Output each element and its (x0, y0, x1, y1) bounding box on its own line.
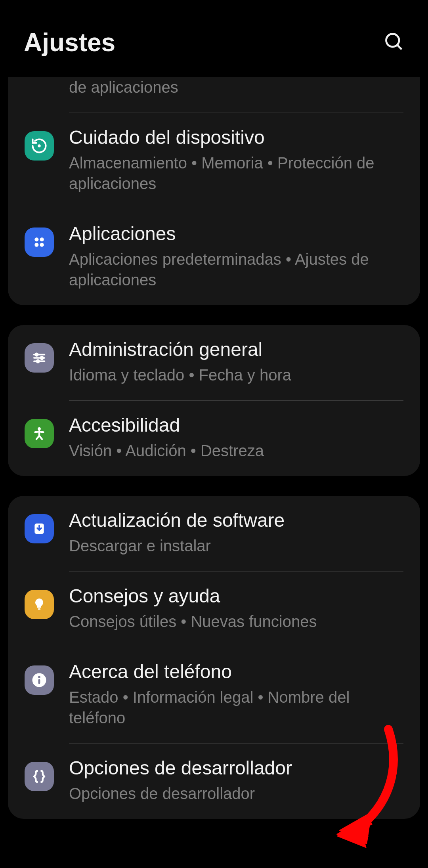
svg-point-11 (40, 357, 43, 359)
item-subtitle: Almacenamiento • Memoria • Protección de… (69, 153, 403, 194)
settings-item-truncated[interactable]: de aplicaciones (8, 77, 420, 113)
svg-point-2 (38, 144, 40, 147)
header: Ajustes (0, 0, 428, 77)
item-title: Consejos y ayuda (69, 584, 403, 608)
item-title: Accesibilidad (69, 413, 403, 437)
svg-point-17 (38, 676, 40, 678)
svg-point-10 (35, 353, 38, 356)
item-title: Cuidado del dispositivo (69, 126, 403, 149)
item-subtitle: de aplicaciones (69, 77, 403, 98)
settings-item-general-management[interactable]: Administración general Idioma y teclado … (8, 325, 420, 400)
item-subtitle: Consejos útiles • Nuevas funciones (69, 611, 403, 632)
settings-item-applications[interactable]: Aplicaciones Aplicaciones predeterminada… (8, 209, 420, 305)
svg-line-1 (397, 45, 402, 50)
settings-group-3: Actualización de software Descargar e in… (8, 496, 420, 819)
download-icon (25, 514, 54, 543)
item-subtitle: Idioma y teclado • Fecha y hora (69, 365, 403, 385)
settings-item-tips-help[interactable]: Consejos y ayuda Consejos útiles • Nueva… (8, 572, 420, 647)
settings-group-2: Administración general Idioma y teclado … (8, 325, 420, 476)
settings-item-developer-options[interactable]: Opciones de desarrollador Opciones de de… (8, 744, 420, 819)
item-subtitle: Visión • Audición • Destreza (69, 440, 403, 461)
sliders-icon (25, 343, 54, 373)
four-dots-icon (25, 228, 54, 257)
svg-point-13 (38, 427, 41, 430)
svg-point-12 (36, 360, 39, 363)
item-title: Aplicaciones (69, 222, 403, 246)
svg-point-5 (34, 243, 38, 247)
item-title: Opciones de desarrollador (69, 756, 403, 780)
item-title: Acerca del teléfono (69, 660, 403, 684)
settings-item-about-phone[interactable]: Acerca del teléfono Estado • Información… (8, 647, 420, 743)
braces-icon (25, 762, 54, 791)
svg-rect-18 (38, 679, 40, 684)
settings-item-software-update[interactable]: Actualización de software Descargar e in… (8, 496, 420, 571)
search-icon (384, 31, 404, 52)
item-title: Actualización de software (69, 509, 403, 532)
svg-point-3 (34, 237, 38, 241)
lightbulb-icon (25, 590, 54, 619)
settings-group-1: de aplicaciones Cuidado del dispositivo … (8, 77, 420, 305)
item-title: Administración general (69, 338, 403, 361)
svg-point-4 (40, 237, 44, 241)
item-subtitle: Estado • Información legal • Nombre del … (69, 687, 403, 728)
settings-item-accessibility[interactable]: Accesibilidad Visión • Audición • Destre… (8, 401, 420, 476)
page-title: Ajustes (24, 28, 115, 57)
item-subtitle: Opciones de desarrollador (69, 783, 403, 804)
info-icon (25, 665, 54, 695)
person-icon (25, 419, 54, 448)
svg-point-0 (386, 34, 399, 47)
svg-point-6 (40, 243, 44, 247)
item-subtitle: Descargar e instalar (69, 535, 403, 556)
search-button[interactable] (384, 31, 404, 54)
settings-item-device-care[interactable]: Cuidado del dispositivo Almacenamiento •… (8, 113, 420, 209)
refresh-icon (25, 131, 54, 161)
item-subtitle: Aplicaciones predeterminadas • Ajustes d… (69, 249, 403, 290)
svg-rect-15 (38, 608, 41, 610)
